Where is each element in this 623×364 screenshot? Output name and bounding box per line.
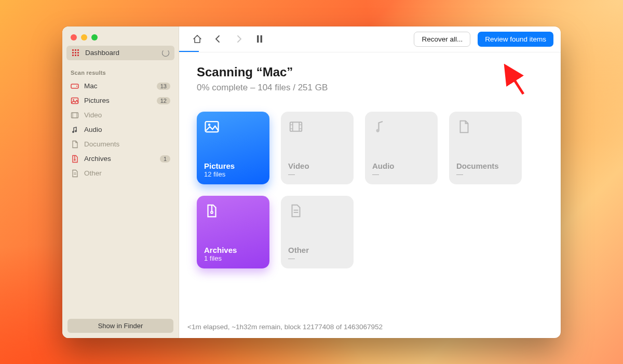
card-subtitle: 1 files [204,254,262,262]
svg-point-33 [376,129,380,132]
svg-rect-22 [257,35,259,43]
sidebar-item-label: Audio [84,126,102,133]
svg-rect-7 [75,55,76,56]
card-subtitle: 12 files [204,170,262,178]
card-pictures[interactable]: Pictures 12 files [197,112,269,184]
card-subtitle: — [456,170,514,178]
svg-rect-6 [72,55,74,56]
audio-icon [372,119,388,134]
show-in-finder-button[interactable]: Show in Finder [67,319,173,333]
sidebar-item-label: Video [84,111,102,119]
sidebar-item-audio[interactable]: Audio [62,123,179,137]
app-window: Dashboard Scan results Mac 13 Pictures 1… [62,26,561,338]
svg-point-25 [208,124,211,126]
card-subtitle: — [288,254,346,262]
toolbar: Recover all... Review found items [179,26,561,52]
card-video[interactable]: Video — [281,112,354,184]
card-title: Documents [456,161,514,170]
pause-button[interactable] [253,32,266,46]
svg-rect-13 [72,113,78,118]
count-badge: 1 [160,155,170,163]
sidebar-section-label: Scan results [62,60,179,79]
close-window-button[interactable] [71,34,77,41]
sidebar-item-label: Archives [84,155,111,163]
zoom-window-button[interactable] [91,34,98,41]
sidebar-item-other[interactable]: Other [62,166,179,181]
card-archives[interactable]: Archives 1 files [197,196,269,268]
sidebar-nav: Mac 13 Pictures 12 Video Audio Documents [62,79,179,181]
recover-all-button[interactable]: Recover all... [414,32,470,47]
svg-rect-4 [75,52,76,53]
svg-point-19 [74,159,75,160]
progress-accent [179,51,199,52]
card-title: Other [288,246,346,254]
other-icon [71,169,79,178]
minimize-window-button[interactable] [81,34,87,41]
svg-rect-8 [77,55,79,56]
audio-icon [71,126,79,134]
home-icon [192,34,202,44]
card-audio[interactable]: Audio — [365,112,438,184]
svg-rect-0 [72,49,74,51]
sidebar: Dashboard Scan results Mac 13 Pictures 1… [62,26,179,338]
sidebar-dashboard[interactable]: Dashboard [66,46,174,60]
page-subtitle: 0% complete – 104 files / 251 GB [197,83,543,93]
video-icon [288,119,304,134]
document-icon [456,119,472,134]
loading-spinner-icon [162,49,169,57]
svg-rect-26 [290,122,302,131]
status-bar: <1m elapsed, ~1h32m remain, block 121774… [179,318,561,338]
svg-point-16 [72,131,74,133]
card-other[interactable]: Other — [281,196,354,268]
sidebar-item-archives[interactable]: Archives 1 [62,152,179,166]
card-subtitle: — [288,170,346,178]
category-cards: Pictures 12 files Video — Audio — [197,112,543,268]
video-icon [71,111,79,119]
svg-rect-5 [77,52,79,53]
card-documents[interactable]: Documents — [449,112,522,184]
chevron-left-icon [214,35,222,43]
archive-icon [204,203,220,219]
sidebar-item-label: Documents [84,140,119,148]
svg-rect-1 [75,49,76,51]
dashboard-label: Dashboard [85,49,119,57]
sidebar-item-documents[interactable]: Documents [62,137,179,152]
home-button[interactable] [191,32,204,46]
card-subtitle: — [372,170,430,178]
sidebar-item-mac[interactable]: Mac 13 [62,79,179,93]
svg-rect-3 [72,52,74,53]
review-found-items-button[interactable]: Review found items [478,32,553,47]
card-title: Audio [372,161,430,170]
grid-icon [72,49,80,57]
svg-point-12 [73,99,74,100]
window-controls [62,26,179,46]
card-title: Archives [204,246,262,254]
count-badge: 13 [157,83,170,90]
page-title: Scanning “Mac” [197,65,543,79]
svg-rect-24 [206,122,219,132]
picture-icon [71,97,79,105]
picture-icon [204,119,220,134]
sidebar-item-label: Mac [84,82,98,90]
archive-icon [71,155,79,163]
card-title: Video [288,161,346,170]
svg-rect-35 [211,211,213,213]
content-area: Scanning “Mac” 0% complete – 104 files /… [179,52,561,318]
main-panel: Recover all... Review found items Scanni… [179,26,561,338]
svg-rect-23 [261,35,263,43]
count-badge: 12 [157,97,170,104]
forward-button [232,32,246,46]
chevron-right-icon [235,35,243,43]
svg-point-10 [76,86,77,87]
document-icon [71,140,79,149]
disk-icon [71,82,79,90]
svg-point-17 [75,130,77,132]
sidebar-item-video[interactable]: Video [62,108,179,123]
back-button[interactable] [211,32,225,46]
sidebar-footer: Show in Finder [62,314,179,338]
sidebar-item-pictures[interactable]: Pictures 12 [62,93,179,108]
sidebar-item-label: Other [84,169,102,177]
svg-rect-2 [77,49,79,51]
card-title: Pictures [204,161,262,170]
pause-icon [256,35,263,43]
